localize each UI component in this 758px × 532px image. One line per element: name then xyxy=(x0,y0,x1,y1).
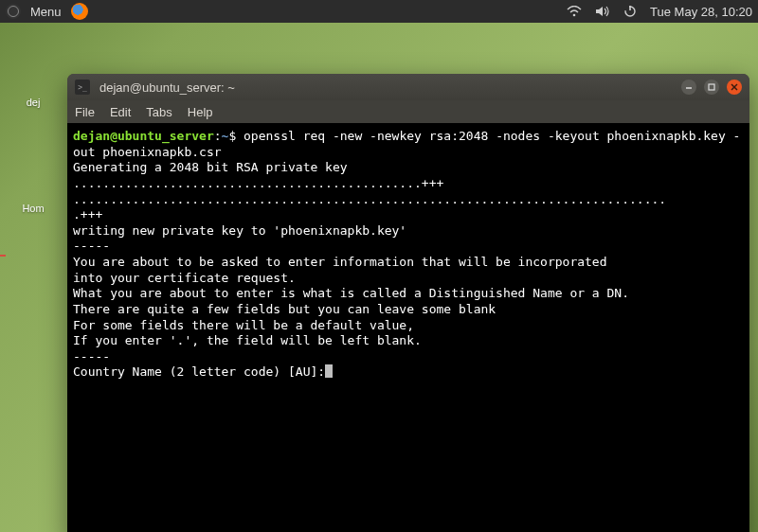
terminal-line: Country Name (2 letter code) [AU]: xyxy=(73,364,325,379)
window-title: dejan@ubuntu_server: ~ xyxy=(99,80,235,95)
network-icon[interactable] xyxy=(567,6,582,17)
desktop-icon-1[interactable]: dej xyxy=(8,97,59,108)
terminal-line: You are about to be asked to enter infor… xyxy=(73,255,607,269)
desktop: dej Hom dejan@ubuntu_server: ~ File Edit… xyxy=(0,23,758,532)
prompt-dollar: $ xyxy=(228,129,244,143)
svg-rect-4 xyxy=(709,84,714,90)
close-button[interactable] xyxy=(727,80,742,95)
terminal-line: ........................................… xyxy=(73,176,443,190)
prompt-sep: : xyxy=(214,129,222,143)
terminal-icon xyxy=(75,80,90,95)
menu-tabs[interactable]: Tabs xyxy=(146,105,171,119)
desktop-accent xyxy=(0,255,6,257)
menu-edit[interactable]: Edit xyxy=(110,105,131,119)
terminal-line: into your certificate request. xyxy=(73,271,296,285)
terminal-line: For some fields there will be a default … xyxy=(73,318,414,332)
terminal-line: If you enter '.', the field will be left… xyxy=(73,333,422,347)
prompt-userhost: dejan@ubuntu_server xyxy=(73,129,214,143)
menu-label[interactable]: Menu xyxy=(30,5,62,19)
topbar-left: Menu xyxy=(6,3,88,20)
svg-point-0 xyxy=(573,14,576,17)
terminal-window: dejan@ubuntu_server: ~ File Edit Tabs He… xyxy=(67,74,749,532)
terminal-menubar: File Edit Tabs Help xyxy=(67,100,749,123)
terminal-cursor xyxy=(325,364,333,378)
terminal-line: ----- xyxy=(73,349,110,364)
terminal-line: Generating a 2048 bit RSA private key xyxy=(73,160,348,174)
terminal-line: ----- xyxy=(73,239,110,253)
terminal-line: ........................................… xyxy=(73,192,666,206)
window-controls xyxy=(681,80,742,95)
terminal-line: .+++ xyxy=(73,207,102,222)
desktop-icon-2[interactable]: Hom xyxy=(8,203,59,214)
volume-icon[interactable] xyxy=(595,6,610,17)
maximize-button[interactable] xyxy=(704,80,719,95)
terminal-body[interactable]: dejan@ubuntu_server:~$ openssl req -new … xyxy=(67,123,749,532)
ubuntu-logo-icon[interactable] xyxy=(6,4,21,19)
clock-label[interactable]: Tue May 28, 10:20 xyxy=(650,5,752,19)
firefox-icon[interactable] xyxy=(71,3,88,20)
terminal-line: writing new private key to 'phoenixnapkb… xyxy=(73,223,406,238)
topbar-right: Tue May 28, 10:20 xyxy=(567,5,752,19)
menu-file[interactable]: File xyxy=(75,105,95,119)
window-titlebar[interactable]: dejan@ubuntu_server: ~ xyxy=(67,74,749,100)
menu-help[interactable]: Help xyxy=(188,105,213,119)
minimize-button[interactable] xyxy=(681,80,696,95)
power-icon[interactable] xyxy=(623,5,637,18)
terminal-line: What you are about to enter is what is c… xyxy=(73,286,629,300)
terminal-line: There are quite a few fields but you can… xyxy=(73,302,496,316)
system-topbar: Menu Tue May 28, 10:20 xyxy=(0,0,758,23)
